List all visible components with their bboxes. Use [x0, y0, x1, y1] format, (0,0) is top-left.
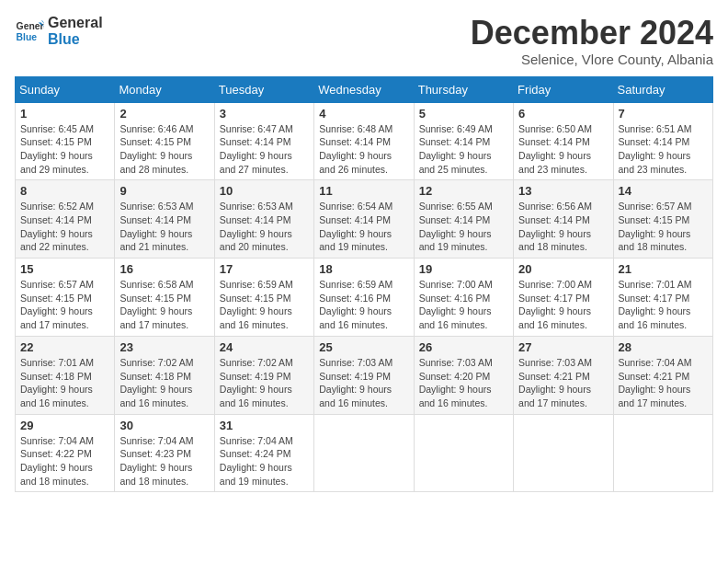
logo-blue: Blue: [48, 31, 103, 48]
calendar-cell: 9 Sunrise: 6:53 AM Sunset: 4:14 PM Dayli…: [115, 180, 214, 259]
day-header-wednesday: Wednesday: [314, 76, 414, 102]
calendar-cell: 1 Sunrise: 6:45 AM Sunset: 4:15 PM Dayli…: [16, 102, 115, 180]
day-info: Sunrise: 6:59 AM Sunset: 4:15 PM Dayligh…: [220, 278, 309, 332]
calendar-cell: 23 Sunrise: 7:02 AM Sunset: 4:18 PM Dayl…: [115, 336, 214, 414]
title-area: December 2024 Selenice, Vlore County, Al…: [471, 15, 713, 67]
calendar-cell: [414, 414, 513, 492]
calendar-week-2: 8 Sunrise: 6:52 AM Sunset: 4:14 PM Dayli…: [16, 180, 713, 259]
calendar-cell: 7 Sunrise: 6:51 AM Sunset: 4:14 PM Dayli…: [613, 102, 712, 180]
day-header-saturday: Saturday: [613, 76, 712, 102]
day-info: Sunrise: 7:04 AM Sunset: 4:24 PM Dayligh…: [220, 434, 309, 488]
calendar-cell: 6 Sunrise: 6:50 AM Sunset: 4:14 PM Dayli…: [514, 102, 613, 180]
day-number: 6: [518, 107, 608, 121]
day-info: Sunrise: 7:00 AM Sunset: 4:16 PM Dayligh…: [419, 278, 508, 332]
day-number: 31: [220, 419, 309, 432]
calendar-cell: 20 Sunrise: 7:00 AM Sunset: 4:17 PM Dayl…: [514, 259, 613, 337]
day-number: 30: [119, 419, 209, 432]
calendar-cell: 30 Sunrise: 7:04 AM Sunset: 4:23 PM Dayl…: [115, 414, 214, 492]
calendar-cell: 21 Sunrise: 7:01 AM Sunset: 4:17 PM Dayl…: [613, 259, 712, 337]
day-info: Sunrise: 6:58 AM Sunset: 4:15 PM Dayligh…: [119, 278, 209, 332]
day-info: Sunrise: 6:55 AM Sunset: 4:14 PM Dayligh…: [419, 200, 508, 254]
day-info: Sunrise: 7:03 AM Sunset: 4:21 PM Dayligh…: [518, 356, 608, 410]
calendar-week-5: 29 Sunrise: 7:04 AM Sunset: 4:22 PM Dayl…: [16, 414, 713, 492]
day-number: 3: [220, 107, 309, 121]
calendar-header-row: SundayMondayTuesdayWednesdayThursdayFrid…: [16, 76, 713, 102]
day-number: 17: [220, 262, 309, 276]
day-header-sunday: Sunday: [16, 76, 115, 102]
day-info: Sunrise: 6:54 AM Sunset: 4:14 PM Dayligh…: [319, 200, 408, 254]
day-info: Sunrise: 6:50 AM Sunset: 4:14 PM Dayligh…: [518, 122, 608, 177]
day-info: Sunrise: 7:04 AM Sunset: 4:22 PM Dayligh…: [20, 434, 109, 488]
logo-icon: General Blue: [15, 17, 44, 46]
day-info: Sunrise: 6:49 AM Sunset: 4:14 PM Dayligh…: [419, 122, 508, 177]
day-number: 21: [619, 262, 708, 276]
calendar-cell: 5 Sunrise: 6:49 AM Sunset: 4:14 PM Dayli…: [414, 102, 513, 180]
month-title: December 2024: [471, 15, 713, 52]
day-number: 24: [220, 340, 309, 354]
svg-text:Blue: Blue: [17, 31, 38, 41]
day-info: Sunrise: 7:03 AM Sunset: 4:20 PM Dayligh…: [419, 356, 508, 410]
calendar-cell: 25 Sunrise: 7:03 AM Sunset: 4:19 PM Dayl…: [314, 336, 414, 414]
day-header-tuesday: Tuesday: [214, 76, 313, 102]
day-header-monday: Monday: [115, 76, 214, 102]
day-number: 11: [319, 184, 408, 198]
calendar-cell: 16 Sunrise: 6:58 AM Sunset: 4:15 PM Dayl…: [115, 259, 214, 337]
day-info: Sunrise: 6:48 AM Sunset: 4:14 PM Dayligh…: [319, 122, 408, 177]
calendar-cell: 13 Sunrise: 6:56 AM Sunset: 4:14 PM Dayl…: [514, 180, 613, 259]
logo-general: General: [48, 15, 103, 31]
day-number: 19: [419, 262, 508, 276]
calendar-week-4: 22 Sunrise: 7:01 AM Sunset: 4:18 PM Dayl…: [16, 336, 713, 414]
calendar-cell: 15 Sunrise: 6:57 AM Sunset: 4:15 PM Dayl…: [16, 259, 115, 337]
logo: General Blue General Blue: [15, 15, 103, 47]
day-info: Sunrise: 7:04 AM Sunset: 4:23 PM Dayligh…: [119, 434, 209, 488]
day-number: 15: [20, 262, 109, 276]
day-number: 29: [20, 419, 109, 432]
page-header: General Blue General Blue December 2024 …: [15, 15, 713, 67]
day-number: 27: [518, 340, 608, 354]
calendar-cell: [514, 414, 613, 492]
calendar-cell: 28 Sunrise: 7:04 AM Sunset: 4:21 PM Dayl…: [613, 336, 712, 414]
calendar-table: SundayMondayTuesdayWednesdayThursdayFrid…: [15, 76, 713, 493]
calendar-cell: 22 Sunrise: 7:01 AM Sunset: 4:18 PM Dayl…: [16, 336, 115, 414]
calendar-cell: 10 Sunrise: 6:53 AM Sunset: 4:14 PM Dayl…: [214, 180, 313, 259]
calendar-cell: 18 Sunrise: 6:59 AM Sunset: 4:16 PM Dayl…: [314, 259, 414, 337]
day-number: 25: [319, 340, 408, 354]
day-info: Sunrise: 6:45 AM Sunset: 4:15 PM Dayligh…: [20, 122, 109, 177]
day-number: 22: [20, 340, 109, 354]
day-header-friday: Friday: [514, 76, 613, 102]
day-info: Sunrise: 6:53 AM Sunset: 4:14 PM Dayligh…: [119, 200, 209, 254]
day-info: Sunrise: 7:01 AM Sunset: 4:17 PM Dayligh…: [619, 278, 708, 332]
day-info: Sunrise: 7:01 AM Sunset: 4:18 PM Dayligh…: [20, 356, 109, 410]
calendar-cell: 8 Sunrise: 6:52 AM Sunset: 4:14 PM Dayli…: [16, 180, 115, 259]
calendar-cell: [314, 414, 414, 492]
day-info: Sunrise: 7:04 AM Sunset: 4:21 PM Dayligh…: [619, 356, 708, 410]
day-header-thursday: Thursday: [414, 76, 513, 102]
day-number: 2: [119, 107, 209, 121]
calendar-week-1: 1 Sunrise: 6:45 AM Sunset: 4:15 PM Dayli…: [16, 102, 713, 180]
day-number: 13: [518, 184, 608, 198]
day-number: 18: [319, 262, 408, 276]
day-info: Sunrise: 6:47 AM Sunset: 4:14 PM Dayligh…: [220, 122, 309, 177]
calendar-cell: 2 Sunrise: 6:46 AM Sunset: 4:15 PM Dayli…: [115, 102, 214, 180]
day-number: 26: [419, 340, 508, 354]
day-info: Sunrise: 6:59 AM Sunset: 4:16 PM Dayligh…: [319, 278, 408, 332]
day-info: Sunrise: 6:57 AM Sunset: 4:15 PM Dayligh…: [619, 200, 708, 254]
day-number: 12: [419, 184, 508, 198]
day-number: 5: [419, 107, 508, 121]
day-number: 9: [119, 184, 209, 198]
calendar-cell: 4 Sunrise: 6:48 AM Sunset: 4:14 PM Dayli…: [314, 102, 414, 180]
day-number: 16: [119, 262, 209, 276]
location-title: Selenice, Vlore County, Albania: [471, 52, 713, 67]
day-info: Sunrise: 7:02 AM Sunset: 4:19 PM Dayligh…: [220, 356, 309, 410]
day-number: 28: [619, 340, 708, 354]
day-info: Sunrise: 7:00 AM Sunset: 4:17 PM Dayligh…: [518, 278, 608, 332]
day-info: Sunrise: 6:53 AM Sunset: 4:14 PM Dayligh…: [220, 200, 309, 254]
day-info: Sunrise: 7:03 AM Sunset: 4:19 PM Dayligh…: [319, 356, 408, 410]
calendar-cell: 14 Sunrise: 6:57 AM Sunset: 4:15 PM Dayl…: [613, 180, 712, 259]
day-info: Sunrise: 6:52 AM Sunset: 4:14 PM Dayligh…: [20, 200, 109, 254]
calendar-cell: 26 Sunrise: 7:03 AM Sunset: 4:20 PM Dayl…: [414, 336, 513, 414]
day-number: 7: [619, 107, 708, 121]
day-number: 23: [119, 340, 209, 354]
day-number: 14: [619, 184, 708, 198]
calendar-cell: 27 Sunrise: 7:03 AM Sunset: 4:21 PM Dayl…: [514, 336, 613, 414]
